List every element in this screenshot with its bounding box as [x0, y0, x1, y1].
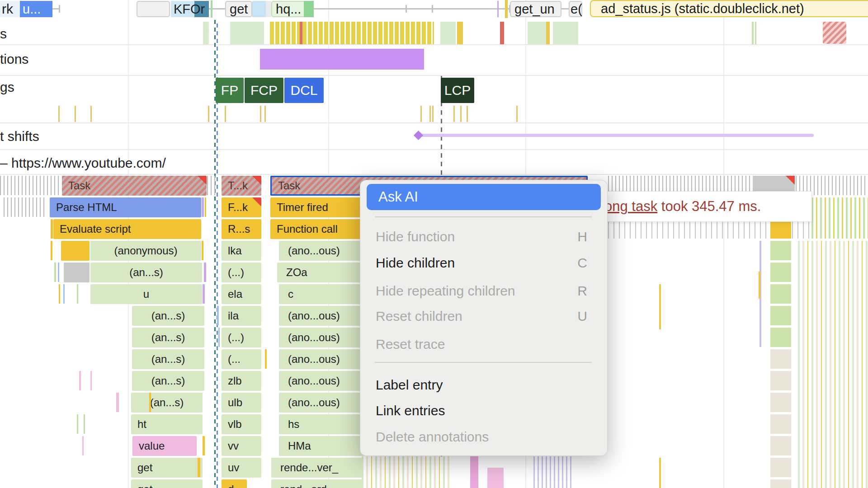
- flame-entry[interactable]: get: [131, 458, 203, 478]
- activity-block: [770, 436, 791, 455]
- network-request-get[interactable]: get: [225, 1, 252, 17]
- flame-entry-label: Timer fired: [277, 201, 328, 214]
- flame-entry[interactable]: (an...s): [132, 349, 204, 369]
- activity-stripes: [0, 176, 61, 195]
- flame-entry[interactable]: (...: [222, 349, 261, 369]
- flame-entry[interactable]: [61, 241, 90, 261]
- flame-entry[interactable]: Task: [62, 176, 207, 196]
- menu-item-hide-repeating-children: Hide repeating childrenR: [360, 282, 607, 300]
- timing-tick: [516, 106, 518, 122]
- timing-marker-lcp[interactable]: LCP: [441, 78, 474, 103]
- menu-item-label-entry[interactable]: Label entry: [360, 375, 607, 394]
- network-request-selected[interactable]: u...: [20, 1, 52, 17]
- flame-entry-label: vlb: [228, 418, 242, 431]
- flame-entry[interactable]: (an...s): [132, 371, 204, 391]
- menu-item-hide-function: Hide functionH: [360, 227, 607, 246]
- network-request-get-un[interactable]: get_un: [510, 1, 561, 17]
- activity-sliver: [218, 328, 220, 347]
- flame-entry[interactable]: Parse HTML: [50, 197, 201, 217]
- long-task-text: took 345.47 ms.: [657, 198, 761, 214]
- network-request-label: get_un: [514, 2, 555, 17]
- flame-entry[interactable]: (an...s): [131, 393, 203, 413]
- menu-item-label: Hide children: [376, 255, 455, 271]
- flame-entry[interactable]: uv: [222, 458, 261, 478]
- flame-entry[interactable]: (an...s): [132, 328, 204, 347]
- flame-entry-label: (an...s): [129, 266, 163, 279]
- flame-entry-label: Task: [278, 179, 300, 192]
- flame-entry[interactable]: u: [90, 284, 202, 304]
- track-separator: [0, 44, 868, 45]
- flame-entry-label: (an...s): [151, 310, 185, 322]
- flame-entry-label: R...s: [228, 223, 250, 235]
- flame-entry[interactable]: value: [132, 436, 197, 456]
- flame-entry-label: get: [137, 461, 152, 474]
- flame-entry-label: ZOa: [286, 266, 307, 279]
- flame-entry[interactable]: ila: [222, 306, 261, 326]
- flame-entry[interactable]: lka: [222, 241, 261, 261]
- flame-entry[interactable]: (...): [222, 263, 261, 282]
- layout-shift-diamond[interactable]: [414, 131, 423, 140]
- interaction-bar[interactable]: [260, 49, 424, 70]
- activity-block: [500, 22, 504, 44]
- flame-entry[interactable]: (...): [222, 328, 261, 347]
- flame-entry-label: (an...s): [150, 396, 184, 409]
- menu-item-ask-ai[interactable]: Ask AI: [367, 184, 601, 210]
- network-request-small[interactable]: e(: [569, 1, 582, 17]
- flame-entry[interactable]: F...k: [222, 197, 261, 217]
- flame-entry[interactable]: rend...ord: [271, 479, 371, 488]
- long-task-tooltip: ong task took 345.47 ms.: [607, 191, 812, 222]
- menu-item-hide-children[interactable]: Hide childrenC: [360, 253, 607, 272]
- activity-sliver: [497, 1, 499, 17]
- long-task-link[interactable]: ong task: [607, 198, 657, 214]
- flame-entry[interactable]: (anonymous): [90, 241, 201, 261]
- network-request[interactable]: [137, 1, 170, 17]
- flame-entry[interactable]: Evaluate script: [53, 219, 201, 239]
- timing-marker-fp[interactable]: FP: [216, 78, 244, 103]
- flame-entry-label: Task: [68, 179, 90, 192]
- flame-entry[interactable]: ht: [131, 414, 203, 434]
- flame-entry[interactable]: zlb: [222, 371, 261, 391]
- activity-block: [770, 263, 791, 282]
- activity-stripes: [207, 176, 215, 195]
- timing-marker-dcl[interactable]: DCL: [284, 78, 324, 103]
- flame-entry[interactable]: R...s: [222, 219, 261, 239]
- timing-marker-fcp[interactable]: FCP: [245, 78, 283, 103]
- activity-block: [300, 22, 302, 44]
- flame-entry-label: c: [288, 288, 293, 300]
- flame-entry-label: (an...s): [151, 353, 185, 366]
- network-request-hq[interactable]: hq...: [271, 1, 304, 17]
- menu-item-reset-children: Reset childrenU: [360, 307, 607, 326]
- flame-entry[interactable]: ela: [222, 284, 261, 304]
- flame-entry[interactable]: T...k: [222, 176, 261, 196]
- menu-item-shortcut: R: [577, 283, 587, 299]
- flame-entry[interactable]: vv: [222, 436, 261, 456]
- flame-entry[interactable]: ulb: [222, 393, 261, 413]
- menu-item-link-entries[interactable]: Link entries: [360, 401, 607, 420]
- flame-entry[interactable]: (an...s): [132, 306, 204, 326]
- flame-entry[interactable]: get: [131, 479, 203, 488]
- flame-entry-label: hs: [288, 418, 299, 431]
- flame-entry[interactable]: d: [222, 479, 247, 488]
- timing-tick: [208, 106, 209, 122]
- activity-sliver: [79, 371, 81, 390]
- flame-entry-label: Parse HTML: [56, 201, 117, 214]
- menu-item-label: Reset trace: [376, 337, 445, 352]
- flame-entry-label: d: [228, 483, 234, 488]
- timing-tick: [467, 106, 468, 122]
- track-label-interactions: tions: [0, 52, 28, 67]
- flame-entry-label: F...k: [228, 201, 248, 214]
- flame-entry-label: T...k: [228, 179, 248, 192]
- timing-tick: [225, 106, 226, 122]
- flame-entry[interactable]: [64, 263, 90, 282]
- timing-tick: [460, 106, 462, 122]
- activity-sliver: [51, 241, 52, 260]
- flame-entry[interactable]: vlb: [222, 414, 261, 434]
- flame-entry[interactable]: rende...ver_: [271, 458, 371, 478]
- network-request-partial[interactable]: rk: [0, 1, 21, 17]
- activity-sliver: [659, 284, 661, 329]
- flame-entry[interactable]: (an...s): [90, 263, 202, 282]
- flame-entry-label: (ano...ous): [288, 396, 340, 409]
- flame-entry-label: uv: [228, 461, 239, 474]
- activity-stripes: [362, 456, 452, 488]
- timing-tick: [420, 106, 422, 122]
